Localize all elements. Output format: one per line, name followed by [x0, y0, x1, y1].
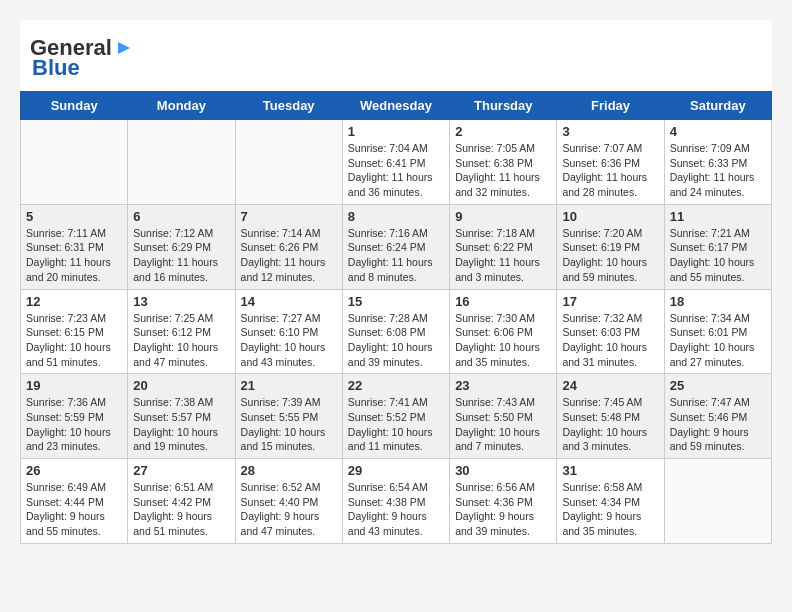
day-number: 24 — [562, 378, 658, 393]
day-info: Sunrise: 7:18 AM Sunset: 6:22 PM Dayligh… — [455, 226, 551, 285]
day-number: 7 — [241, 209, 337, 224]
calendar-cell: 20Sunrise: 7:38 AM Sunset: 5:57 PM Dayli… — [128, 374, 235, 459]
calendar-cell: 26Sunrise: 6:49 AM Sunset: 4:44 PM Dayli… — [21, 459, 128, 544]
calendar-cell: 19Sunrise: 7:36 AM Sunset: 5:59 PM Dayli… — [21, 374, 128, 459]
calendar-cell: 1Sunrise: 7:04 AM Sunset: 6:41 PM Daylig… — [342, 120, 449, 205]
calendar-cell: 11Sunrise: 7:21 AM Sunset: 6:17 PM Dayli… — [664, 204, 771, 289]
day-number: 11 — [670, 209, 766, 224]
day-number: 1 — [348, 124, 444, 139]
day-number: 3 — [562, 124, 658, 139]
calendar-cell: 7Sunrise: 7:14 AM Sunset: 6:26 PM Daylig… — [235, 204, 342, 289]
calendar-cell: 4Sunrise: 7:09 AM Sunset: 6:33 PM Daylig… — [664, 120, 771, 205]
calendar-cell — [128, 120, 235, 205]
day-info: Sunrise: 7:27 AM Sunset: 6:10 PM Dayligh… — [241, 311, 337, 370]
day-info: Sunrise: 7:43 AM Sunset: 5:50 PM Dayligh… — [455, 395, 551, 454]
calendar-cell: 6Sunrise: 7:12 AM Sunset: 6:29 PM Daylig… — [128, 204, 235, 289]
day-number: 5 — [26, 209, 122, 224]
day-number: 22 — [348, 378, 444, 393]
day-info: Sunrise: 7:25 AM Sunset: 6:12 PM Dayligh… — [133, 311, 229, 370]
calendar-cell: 23Sunrise: 7:43 AM Sunset: 5:50 PM Dayli… — [450, 374, 557, 459]
calendar-cell: 24Sunrise: 7:45 AM Sunset: 5:48 PM Dayli… — [557, 374, 664, 459]
day-number: 28 — [241, 463, 337, 478]
calendar-cell: 13Sunrise: 7:25 AM Sunset: 6:12 PM Dayli… — [128, 289, 235, 374]
day-info: Sunrise: 7:32 AM Sunset: 6:03 PM Dayligh… — [562, 311, 658, 370]
logo-blue: Blue — [30, 55, 80, 81]
day-info: Sunrise: 7:23 AM Sunset: 6:15 PM Dayligh… — [26, 311, 122, 370]
calendar-cell: 14Sunrise: 7:27 AM Sunset: 6:10 PM Dayli… — [235, 289, 342, 374]
calendar-cell: 31Sunrise: 6:58 AM Sunset: 4:34 PM Dayli… — [557, 459, 664, 544]
week-row-2: 5Sunrise: 7:11 AM Sunset: 6:31 PM Daylig… — [21, 204, 772, 289]
day-info: Sunrise: 7:09 AM Sunset: 6:33 PM Dayligh… — [670, 141, 766, 200]
day-info: Sunrise: 6:58 AM Sunset: 4:34 PM Dayligh… — [562, 480, 658, 539]
day-info: Sunrise: 6:54 AM Sunset: 4:38 PM Dayligh… — [348, 480, 444, 539]
day-info: Sunrise: 7:12 AM Sunset: 6:29 PM Dayligh… — [133, 226, 229, 285]
week-row-4: 19Sunrise: 7:36 AM Sunset: 5:59 PM Dayli… — [21, 374, 772, 459]
day-number: 29 — [348, 463, 444, 478]
week-row-3: 12Sunrise: 7:23 AM Sunset: 6:15 PM Dayli… — [21, 289, 772, 374]
calendar-cell: 27Sunrise: 6:51 AM Sunset: 4:42 PM Dayli… — [128, 459, 235, 544]
calendar-cell: 18Sunrise: 7:34 AM Sunset: 6:01 PM Dayli… — [664, 289, 771, 374]
day-number: 6 — [133, 209, 229, 224]
day-info: Sunrise: 7:16 AM Sunset: 6:24 PM Dayligh… — [348, 226, 444, 285]
day-info: Sunrise: 7:05 AM Sunset: 6:38 PM Dayligh… — [455, 141, 551, 200]
weekday-header-thursday: Thursday — [450, 92, 557, 120]
day-number: 21 — [241, 378, 337, 393]
day-number: 31 — [562, 463, 658, 478]
week-row-5: 26Sunrise: 6:49 AM Sunset: 4:44 PM Dayli… — [21, 459, 772, 544]
calendar-cell: 22Sunrise: 7:41 AM Sunset: 5:52 PM Dayli… — [342, 374, 449, 459]
calendar-cell: 21Sunrise: 7:39 AM Sunset: 5:55 PM Dayli… — [235, 374, 342, 459]
calendar-cell — [235, 120, 342, 205]
logo: General Blue — [30, 35, 134, 81]
day-info: Sunrise: 7:28 AM Sunset: 6:08 PM Dayligh… — [348, 311, 444, 370]
day-number: 18 — [670, 294, 766, 309]
calendar-cell: 16Sunrise: 7:30 AM Sunset: 6:06 PM Dayli… — [450, 289, 557, 374]
weekday-header-tuesday: Tuesday — [235, 92, 342, 120]
calendar-cell — [664, 459, 771, 544]
calendar-cell: 29Sunrise: 6:54 AM Sunset: 4:38 PM Dayli… — [342, 459, 449, 544]
day-info: Sunrise: 7:45 AM Sunset: 5:48 PM Dayligh… — [562, 395, 658, 454]
day-number: 23 — [455, 378, 551, 393]
calendar-table: SundayMondayTuesdayWednesdayThursdayFrid… — [20, 91, 772, 544]
calendar-cell: 8Sunrise: 7:16 AM Sunset: 6:24 PM Daylig… — [342, 204, 449, 289]
header: General Blue — [20, 20, 772, 91]
day-info: Sunrise: 7:14 AM Sunset: 6:26 PM Dayligh… — [241, 226, 337, 285]
day-info: Sunrise: 7:20 AM Sunset: 6:19 PM Dayligh… — [562, 226, 658, 285]
day-info: Sunrise: 6:49 AM Sunset: 4:44 PM Dayligh… — [26, 480, 122, 539]
day-info: Sunrise: 7:38 AM Sunset: 5:57 PM Dayligh… — [133, 395, 229, 454]
day-number: 12 — [26, 294, 122, 309]
day-number: 2 — [455, 124, 551, 139]
calendar-cell: 30Sunrise: 6:56 AM Sunset: 4:36 PM Dayli… — [450, 459, 557, 544]
weekday-header-row: SundayMondayTuesdayWednesdayThursdayFrid… — [21, 92, 772, 120]
weekday-header-wednesday: Wednesday — [342, 92, 449, 120]
day-number: 30 — [455, 463, 551, 478]
day-info: Sunrise: 7:39 AM Sunset: 5:55 PM Dayligh… — [241, 395, 337, 454]
week-row-1: 1Sunrise: 7:04 AM Sunset: 6:41 PM Daylig… — [21, 120, 772, 205]
day-number: 9 — [455, 209, 551, 224]
day-info: Sunrise: 7:34 AM Sunset: 6:01 PM Dayligh… — [670, 311, 766, 370]
day-number: 20 — [133, 378, 229, 393]
day-info: Sunrise: 7:41 AM Sunset: 5:52 PM Dayligh… — [348, 395, 444, 454]
day-info: Sunrise: 7:30 AM Sunset: 6:06 PM Dayligh… — [455, 311, 551, 370]
day-number: 10 — [562, 209, 658, 224]
day-info: Sunrise: 6:52 AM Sunset: 4:40 PM Dayligh… — [241, 480, 337, 539]
calendar-cell: 3Sunrise: 7:07 AM Sunset: 6:36 PM Daylig… — [557, 120, 664, 205]
calendar-cell: 25Sunrise: 7:47 AM Sunset: 5:46 PM Dayli… — [664, 374, 771, 459]
day-number: 17 — [562, 294, 658, 309]
day-number: 16 — [455, 294, 551, 309]
day-info: Sunrise: 7:36 AM Sunset: 5:59 PM Dayligh… — [26, 395, 122, 454]
calendar-container: General Blue SundayMondayTuesdayWednesda… — [20, 20, 772, 544]
day-number: 8 — [348, 209, 444, 224]
day-number: 25 — [670, 378, 766, 393]
day-info: Sunrise: 7:47 AM Sunset: 5:46 PM Dayligh… — [670, 395, 766, 454]
calendar-cell: 9Sunrise: 7:18 AM Sunset: 6:22 PM Daylig… — [450, 204, 557, 289]
calendar-cell: 10Sunrise: 7:20 AM Sunset: 6:19 PM Dayli… — [557, 204, 664, 289]
day-info: Sunrise: 7:21 AM Sunset: 6:17 PM Dayligh… — [670, 226, 766, 285]
weekday-header-friday: Friday — [557, 92, 664, 120]
day-number: 26 — [26, 463, 122, 478]
day-number: 15 — [348, 294, 444, 309]
calendar-cell: 2Sunrise: 7:05 AM Sunset: 6:38 PM Daylig… — [450, 120, 557, 205]
calendar-cell — [21, 120, 128, 205]
calendar-cell: 5Sunrise: 7:11 AM Sunset: 6:31 PM Daylig… — [21, 204, 128, 289]
calendar-cell: 28Sunrise: 6:52 AM Sunset: 4:40 PM Dayli… — [235, 459, 342, 544]
calendar-cell: 15Sunrise: 7:28 AM Sunset: 6:08 PM Dayli… — [342, 289, 449, 374]
